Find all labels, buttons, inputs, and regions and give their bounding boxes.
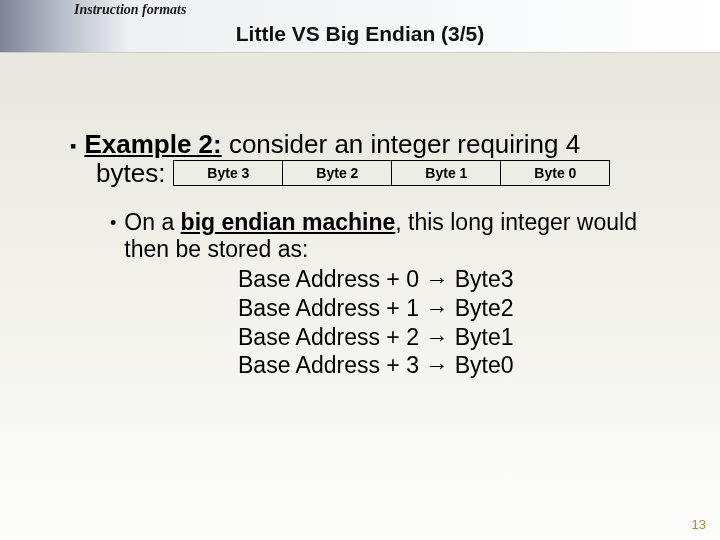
byte-cell-0: Byte 0 xyxy=(500,160,610,186)
addr-line-3: Base Address + 3 → Byte0 xyxy=(238,351,682,380)
sub-emph: big endian machine xyxy=(181,209,396,235)
addr-line-0: Base Address + 0 → Byte3 xyxy=(238,265,682,294)
example-line1-rest: consider an integer requiring 4 xyxy=(222,129,580,159)
byte-cell-3: Byte 3 xyxy=(173,160,283,186)
bytes-word: bytes: xyxy=(96,158,165,189)
slide: Instruction formats Little VS Big Endian… xyxy=(0,0,720,540)
bullet-square-icon: ▪ xyxy=(70,136,76,157)
byte-table: Byte 3 Byte 2 Byte 1 Byte 0 xyxy=(173,160,610,186)
slide-title: Little VS Big Endian (3/5) xyxy=(0,22,720,46)
header-bar: Instruction formats Little VS Big Endian… xyxy=(0,0,720,52)
sub-bullet: • On a big endian machine, this long int… xyxy=(110,209,682,263)
addr-line-2: Base Address + 2 → Byte1 xyxy=(238,323,682,352)
byte-cell-2: Byte 2 xyxy=(282,160,392,186)
bullet-dot-icon: • xyxy=(110,213,116,234)
sub-text: On a big endian machine, this long integ… xyxy=(124,209,682,263)
page-number: 13 xyxy=(692,517,706,532)
example-line-2: bytes: Byte 3 Byte 2 Byte 1 Byte 0 xyxy=(96,158,682,189)
body-content: ▪ Example 2: consider an integer requiri… xyxy=(70,130,682,380)
addr-line-1: Base Address + 1 → Byte2 xyxy=(238,294,682,323)
example-line-1: Example 2: consider an integer requiring… xyxy=(84,130,580,160)
header-topic: Instruction formats xyxy=(74,2,186,18)
byte-cell-1: Byte 1 xyxy=(391,160,501,186)
sub-pre: On a xyxy=(124,209,180,235)
example-label: Example 2: xyxy=(84,129,221,159)
address-lines: Base Address + 0 → Byte3 Base Address + … xyxy=(238,265,682,380)
bullet-example: ▪ Example 2: consider an integer requiri… xyxy=(70,130,682,160)
